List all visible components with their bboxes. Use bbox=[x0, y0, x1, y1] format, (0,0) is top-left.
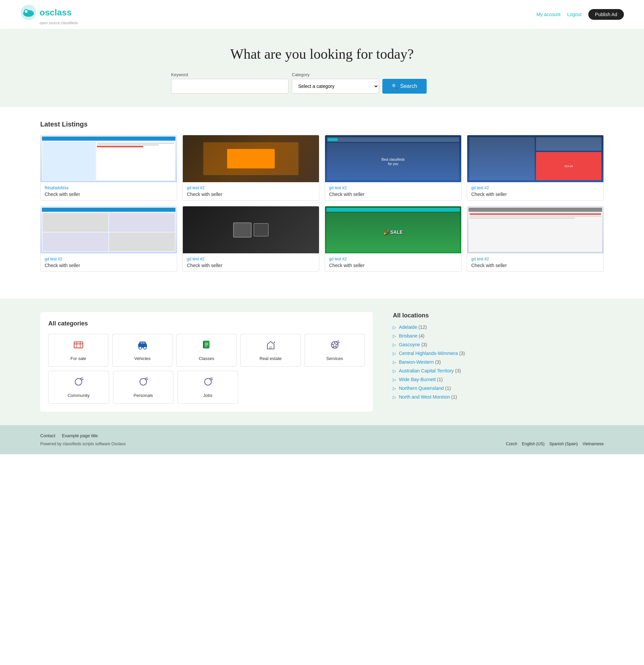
location-item: ▷ Brisbane (4) bbox=[393, 333, 604, 339]
footer-link-contact[interactable]: Contact bbox=[40, 433, 55, 438]
location-link[interactable]: Barwon-Western (3) bbox=[399, 359, 441, 365]
all-locations-panel: All locations ▷ Adelaide (12)▷ Brisbane … bbox=[386, 312, 604, 412]
category-card-vehicles[interactable]: Vehicles bbox=[112, 334, 172, 367]
language-link[interactable]: Czech bbox=[506, 441, 517, 446]
all-locations-title: All locations bbox=[393, 312, 604, 319]
category-card-services[interactable]: Services bbox=[305, 334, 365, 367]
realestate-label: Real estate bbox=[260, 356, 282, 361]
listing-card[interactable]: gd test #2 Check with seller bbox=[182, 206, 319, 272]
location-link[interactable]: Australian Capital Territory (3) bbox=[399, 368, 461, 374]
category-card-classes[interactable]: Classes bbox=[176, 334, 236, 367]
listing-info: gd test #2 Check with seller bbox=[41, 253, 177, 271]
location-link[interactable]: Wide Bay-Burnett (1) bbox=[399, 377, 443, 382]
listing-category: gd test #2 bbox=[45, 257, 173, 261]
listing-card[interactable]: gd test #2 Check with seller bbox=[182, 135, 319, 201]
listing-image: 🎉 SALE bbox=[325, 206, 461, 253]
classes-icon bbox=[201, 340, 212, 353]
logout-link[interactable]: Logout bbox=[567, 12, 582, 17]
location-item: ▷ North and West Moreton (1) bbox=[393, 394, 604, 400]
svg-rect-12 bbox=[140, 342, 142, 344]
listing-card[interactable]: Best classifiedsfor you gd test #2 Check… bbox=[325, 135, 462, 201]
language-link[interactable]: Vietnamese bbox=[583, 441, 604, 446]
keyword-group: Keyword bbox=[171, 72, 289, 94]
listing-info: gd test #2 Check with seller bbox=[183, 253, 319, 271]
listing-card[interactable]: 🎉 SALE gd test #2 Check with seller bbox=[325, 206, 462, 272]
listing-category: gd test #2 bbox=[329, 186, 457, 190]
listing-image bbox=[183, 135, 319, 182]
category-card-realestate[interactable]: Real estate bbox=[240, 334, 300, 367]
keyword-input[interactable] bbox=[171, 79, 289, 94]
search-icon: 🔍 bbox=[392, 83, 397, 89]
category-card-forsale[interactable]: For sale bbox=[48, 334, 108, 367]
realestate-icon bbox=[265, 340, 276, 353]
footer-link-example[interactable]: Example page title bbox=[62, 433, 98, 438]
my-account-link[interactable]: My account bbox=[536, 12, 561, 17]
publish-ad-button[interactable]: Publish Ad bbox=[588, 9, 624, 20]
category-card-personals[interactable]: Personals bbox=[113, 371, 174, 404]
category-label: Category bbox=[292, 72, 379, 77]
location-pin-icon: ▷ bbox=[393, 395, 396, 400]
listing-card[interactable]: ffdsafadsfdsa Check with seller bbox=[40, 135, 177, 201]
location-item: ▷ Gascoyne (3) bbox=[393, 342, 604, 347]
location-item: ▷ Central Highlands-Wimmera (3) bbox=[393, 350, 604, 356]
all-categories-panel: All categories For sale bbox=[40, 312, 373, 412]
location-pin-icon: ▷ bbox=[393, 377, 396, 382]
hero-section: What are you looking for today? Keyword … bbox=[0, 29, 644, 107]
location-item: ▷ Australian Capital Territory (3) bbox=[393, 368, 604, 374]
language-link[interactable]: English (US) bbox=[522, 441, 544, 446]
location-item: ▷ Barwon-Western (3) bbox=[393, 359, 604, 365]
search-button[interactable]: 🔍 Search bbox=[383, 79, 427, 94]
location-pin-icon: ▷ bbox=[393, 342, 396, 347]
listing-price: Check with seller bbox=[187, 263, 315, 268]
listing-price: Check with seller bbox=[329, 192, 457, 197]
location-link[interactable]: North and West Moreton (1) bbox=[399, 394, 457, 400]
community-label: Community bbox=[67, 393, 90, 398]
listing-image bbox=[41, 206, 177, 253]
classes-label: Classes bbox=[199, 356, 214, 361]
listing-category: gd test #2 bbox=[471, 257, 599, 261]
latest-listings-title: Latest Listings bbox=[40, 120, 604, 128]
location-item: ▷ Wide Bay-Burnett (1) bbox=[393, 377, 604, 382]
svg-point-11 bbox=[143, 347, 146, 349]
category-card-community[interactable]: Community bbox=[48, 371, 109, 404]
svg-point-22 bbox=[140, 378, 147, 385]
listing-card[interactable]: €29.99 gd test #2 Check with seller bbox=[467, 135, 604, 201]
location-link[interactable]: Gascoyne (3) bbox=[399, 342, 427, 347]
listing-image bbox=[41, 135, 177, 182]
location-link[interactable]: Northern Queensland (1) bbox=[399, 385, 451, 391]
location-pin-icon: ▷ bbox=[393, 386, 396, 391]
header: osclass open source classifieds My accou… bbox=[0, 0, 644, 29]
location-pin-icon: ▷ bbox=[393, 368, 396, 374]
footer: Contact Example page title Powered by cl… bbox=[0, 425, 644, 454]
svg-point-10 bbox=[139, 347, 141, 349]
location-link[interactable]: Central Highlands-Wimmera (3) bbox=[399, 350, 465, 356]
listing-card[interactable]: gd test #2 Check with seller bbox=[467, 206, 604, 272]
listing-info: ffdsafadsfdsa Check with seller bbox=[41, 182, 177, 200]
locations-list: ▷ Adelaide (12)▷ Brisbane (4)▷ Gascoyne … bbox=[393, 324, 604, 400]
listing-category: ffdsafadsfdsa bbox=[45, 186, 173, 190]
jobs-label: Jobs bbox=[203, 393, 212, 398]
location-link[interactable]: Brisbane (4) bbox=[399, 333, 424, 339]
services-label: Services bbox=[326, 356, 343, 361]
svg-point-23 bbox=[204, 378, 211, 385]
location-pin-icon: ▷ bbox=[393, 325, 396, 330]
listing-price: Check with seller bbox=[187, 192, 315, 197]
footer-powered: Powered by classifieds scripts software … bbox=[40, 441, 126, 446]
search-form: Keyword Category Select a category For s… bbox=[171, 72, 473, 94]
category-card-jobs[interactable]: Jobs bbox=[177, 371, 238, 404]
listing-info: gd test #2 Check with seller bbox=[325, 182, 461, 200]
language-link[interactable]: Spanish (Spain) bbox=[549, 441, 578, 446]
location-link[interactable]: Adelaide (12) bbox=[399, 324, 427, 330]
listing-category: gd test #2 bbox=[187, 186, 315, 190]
listing-card[interactable]: gd test #2 Check with seller bbox=[40, 206, 177, 272]
listing-price: Check with seller bbox=[471, 192, 599, 197]
listing-category: gd test #2 bbox=[187, 257, 315, 261]
category-select[interactable]: Select a category For sale Vehicles Clas… bbox=[292, 79, 379, 94]
footer-languages: CzechEnglish (US)Spanish (Spain)Vietname… bbox=[506, 441, 604, 446]
listing-image: €29.99 bbox=[467, 135, 603, 182]
listing-info: gd test #2 Check with seller bbox=[467, 253, 603, 271]
logo-image[interactable]: osclass bbox=[20, 4, 78, 21]
listing-price: Check with seller bbox=[329, 263, 457, 268]
personals-label: Personals bbox=[134, 393, 153, 398]
logo-subtitle: open source classifieds bbox=[40, 21, 78, 25]
